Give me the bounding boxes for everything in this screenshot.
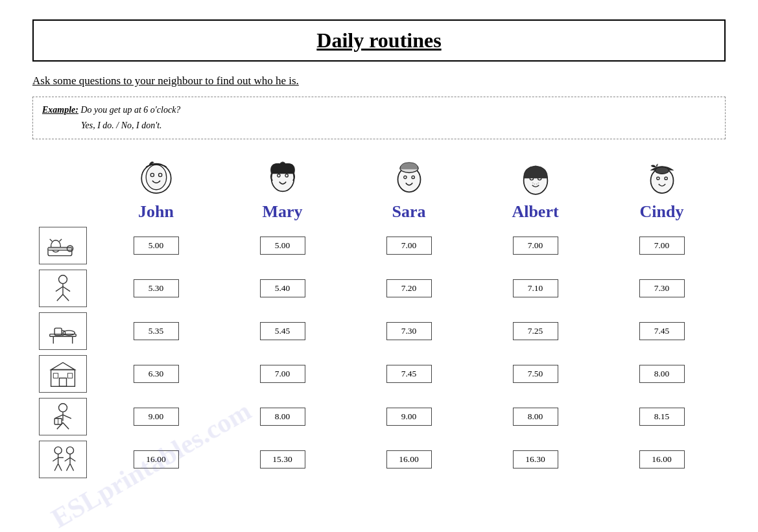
activity-icon-waking_up: [34, 225, 92, 266]
svg-point-40: [63, 330, 75, 335]
char-header-sara: Sara: [346, 155, 471, 224]
svg-line-48: [54, 415, 63, 419]
svg-point-7: [273, 167, 278, 171]
time-cell-r0-c2: 7.00: [346, 225, 471, 266]
time-cell-r1-c3: 7.10: [473, 268, 598, 309]
char-name-john: John: [138, 202, 174, 222]
char-header-mary: Mary: [220, 155, 345, 224]
sara-face-icon: [386, 157, 432, 202]
svg-line-49: [63, 415, 71, 419]
svg-line-64: [67, 463, 71, 470]
svg-point-60: [67, 446, 74, 454]
mary-face-icon: [260, 157, 305, 202]
time-cell-r5-c0: 16.00: [93, 439, 219, 480]
char-header-albert: Albert: [473, 155, 598, 224]
svg-line-63: [70, 457, 75, 461]
cindy-face-icon: [639, 157, 685, 202]
time-cell-r4-c4: 8.15: [599, 396, 724, 437]
time-cell-r0-c1: 5.00: [220, 225, 345, 266]
svg-marker-42: [51, 362, 75, 369]
activity-icon-family: [34, 439, 92, 480]
john-face-icon: [134, 157, 179, 202]
time-cell-r4-c0: 9.00: [93, 396, 219, 437]
char-name-cindy: Cindy: [640, 202, 684, 222]
svg-line-27: [59, 238, 62, 241]
activity-icon-school: [34, 353, 92, 395]
svg-rect-43: [59, 378, 66, 386]
main-grid: John: [32, 154, 726, 481]
svg-line-26: [50, 238, 53, 241]
time-cell-r2-c1: 5.45: [220, 310, 345, 352]
svg-line-53: [63, 422, 69, 429]
albert-face-icon: [513, 157, 558, 202]
svg-line-56: [53, 457, 58, 461]
example-line2: Yes, I do. / No, I don't.: [81, 121, 162, 130]
svg-point-1: [146, 165, 167, 190]
time-cell-r5-c3: 16.30: [473, 439, 598, 480]
svg-point-54: [54, 446, 62, 454]
svg-point-30: [59, 275, 67, 283]
svg-rect-44: [53, 373, 58, 378]
time-cell-r1-c1: 5.40: [220, 268, 345, 309]
svg-point-23: [655, 167, 669, 174]
activity-icon-getting_up: [34, 268, 92, 309]
svg-line-59: [58, 463, 62, 470]
time-cell-r5-c4: 16.00: [599, 439, 724, 480]
char-header-cindy: Cindy: [599, 155, 724, 224]
time-cell-r3-c4: 8.00: [599, 353, 724, 395]
example-label: Example:: [42, 105, 78, 115]
time-cell-r2-c0: 5.35: [93, 310, 219, 352]
time-cell-r3-c3: 7.50: [473, 353, 598, 395]
svg-point-46: [59, 403, 67, 411]
time-cell-r2-c2: 7.30: [346, 310, 471, 352]
time-cell-r1-c2: 7.20: [346, 268, 471, 309]
time-cell-r5-c1: 15.30: [220, 439, 345, 480]
char-name-albert: Albert: [512, 202, 558, 222]
time-cell-r3-c2: 7.45: [346, 353, 471, 395]
svg-line-33: [63, 286, 70, 291]
time-cell-r0-c0: 5.00: [93, 225, 219, 266]
svg-line-32: [56, 286, 63, 291]
svg-line-65: [70, 463, 74, 470]
time-cell-r3-c1: 7.00: [220, 353, 345, 395]
time-cell-r1-c4: 7.30: [599, 268, 724, 309]
svg-line-58: [54, 463, 58, 470]
time-cell-r4-c3: 8.00: [473, 396, 598, 437]
page-title: Daily routines: [47, 29, 711, 52]
time-cell-r0-c3: 7.00: [473, 225, 598, 266]
svg-point-18: [536, 183, 537, 185]
time-cell-r5-c2: 16.00: [346, 439, 471, 480]
activity-icon-breakfast: [34, 310, 92, 352]
time-cell-r3-c0: 6.30: [93, 353, 219, 395]
title-box: Daily routines: [32, 19, 726, 62]
svg-point-19: [538, 182, 539, 183]
time-cell-r0-c4: 7.00: [599, 225, 724, 266]
example-line1: Do you get up at 6 o'clock?: [81, 105, 181, 115]
subtitle: Ask some questions to your neighbour to …: [32, 75, 726, 87]
char-name-mary: Mary: [262, 202, 302, 222]
time-cell-r4-c1: 8.00: [220, 396, 345, 437]
time-cell-r2-c4: 7.45: [599, 310, 724, 352]
time-cell-r2-c3: 7.25: [473, 310, 598, 352]
time-cell-r4-c2: 9.00: [346, 396, 471, 437]
svg-line-34: [57, 294, 63, 301]
svg-line-62: [65, 457, 70, 461]
svg-rect-28: [48, 247, 72, 250]
activity-icon-studying: [34, 396, 92, 437]
svg-point-16: [532, 182, 533, 183]
svg-line-35: [63, 294, 69, 301]
example-box: Example: Do you get up at 6 o'clock? Yes…: [32, 97, 726, 139]
svg-point-17: [534, 183, 535, 185]
time-cell-r1-c0: 5.30: [93, 268, 219, 309]
char-name-sara: Sara: [392, 202, 426, 222]
activity-header-empty: [34, 155, 92, 224]
svg-rect-45: [67, 373, 72, 378]
svg-point-8: [287, 167, 292, 171]
char-header-john: John: [93, 155, 219, 224]
